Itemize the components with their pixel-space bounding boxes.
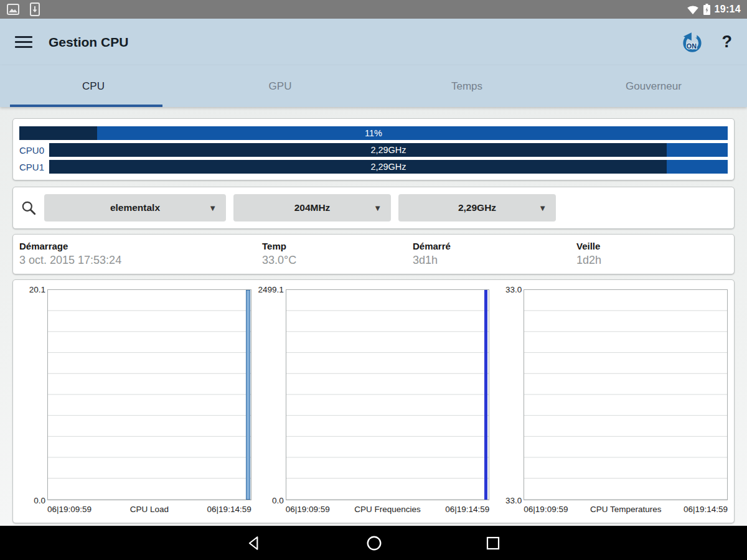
info-sleep-time: Veille 1d2h [576, 241, 728, 267]
max-frequency-value: 2,29GHz [458, 202, 496, 213]
back-button[interactable] [247, 535, 263, 551]
y-axis-max-label: 20.1 [29, 285, 45, 294]
chevron-down-icon: ▼ [374, 203, 382, 213]
min-frequency-dropdown[interactable]: 204MHz ▼ [233, 194, 391, 222]
apply-on-boot-icon[interactable]: ON [681, 31, 703, 54]
wifi-icon [687, 4, 699, 15]
cpu1-frequency-value: 2,29GHz [49, 160, 728, 174]
total-usage-bar: 11% [19, 126, 728, 140]
cpu-frequency-line [484, 290, 487, 500]
chart-title: CPU Temperatures [590, 505, 662, 514]
hamburger-menu-icon[interactable] [15, 36, 32, 48]
back-icon [247, 535, 263, 551]
status-system-icons: 19:14 [687, 4, 741, 15]
cpu1-row: CPU1 2,29GHz [19, 160, 728, 174]
x-axis-end-label: 06|19:14:59 [684, 505, 728, 514]
governor-dropdown[interactable]: elementalx ▼ [44, 194, 226, 222]
cpu0-frequency-bar: 2,29GHz [49, 143, 728, 157]
y-axis-max-label: 33.0 [505, 285, 522, 294]
y-axis-min-label: 0.0 [34, 496, 45, 505]
search-icon[interactable] [21, 200, 37, 216]
cpu0-row: CPU0 2,29GHz [19, 143, 728, 157]
x-axis-start-label: 06|19:09:59 [47, 505, 92, 514]
tab-gpu[interactable]: GPU [187, 65, 374, 107]
info-temperature: Temp 33.0°C [262, 241, 413, 267]
android-screen: 19:14 Gestion CPU ON ? CPU GPU Temps Gou… [0, 0, 747, 560]
download-notification-icon [29, 2, 40, 16]
clock: 19:14 [715, 4, 741, 15]
tab-bar: CPU GPU Temps Gouverneur [0, 65, 747, 107]
status-notification-icons [6, 2, 40, 16]
help-button[interactable]: ? [722, 34, 733, 50]
cpu-load-plot-area [47, 289, 251, 500]
x-axis-start-label: 06|19:09:59 [286, 505, 330, 514]
cpu0-frequency-value: 2,29GHz [49, 143, 728, 157]
cpu0-label: CPU0 [19, 145, 49, 156]
cpu1-label: CPU1 [19, 162, 49, 172]
max-frequency-dropdown[interactable]: 2,29GHz ▼ [398, 194, 556, 222]
cpu-frequencies-plot-area [286, 289, 490, 500]
screenshot-notification-icon [6, 2, 20, 16]
tab-temps[interactable]: Temps [374, 65, 560, 107]
recents-button[interactable] [486, 536, 500, 551]
home-icon [366, 535, 382, 551]
tab-gouverneur[interactable]: Gouverneur [560, 65, 747, 107]
recents-icon [486, 536, 500, 551]
cpu-usage-card: 11% CPU0 2,29GHz CPU1 2,29GHz [12, 118, 735, 180]
cpu-load-spike [246, 290, 250, 500]
x-axis-start-label: 06|19:09:59 [524, 505, 568, 514]
y-axis-min-label: 33.0 [505, 496, 522, 505]
y-axis-min-label: 0.0 [272, 496, 284, 505]
frequency-settings-card: elementalx ▼ 204MHz ▼ 2,29GHz ▼ [12, 187, 735, 229]
x-axis-end-label: 06|19:14:59 [207, 505, 251, 514]
cpu-load-chart: 20.1 0.0 06|19:09:59 CPU Load 06|19:14:5… [13, 289, 251, 518]
home-button[interactable] [366, 535, 382, 551]
min-frequency-value: 204MHz [294, 202, 331, 213]
info-uptime: Démarré 3d1h [413, 241, 576, 267]
cpu-temperatures-chart: 33.0 33.0 06|19:09:59 CPU Temperatures 0… [489, 289, 728, 518]
system-info-card: Démarrage 3 oct. 2015 17:53:24 Temp 33.0… [12, 234, 735, 274]
y-axis-max-label: 2499.1 [258, 285, 283, 294]
total-usage-value: 11% [19, 126, 728, 140]
tab-cpu[interactable]: CPU [0, 65, 187, 107]
charts-card: 20.1 0.0 06|19:09:59 CPU Load 06|19:14:5… [12, 279, 735, 523]
total-usage-row: 11% [19, 126, 728, 140]
status-bar: 19:14 [0, 0, 747, 19]
app-bar: Gestion CPU ON ? [0, 19, 747, 65]
chevron-down-icon: ▼ [209, 203, 217, 213]
chevron-down-icon: ▼ [538, 203, 547, 213]
chart-title: CPU Frequencies [354, 505, 421, 514]
battery-charging-icon [703, 4, 710, 15]
cpu-temperatures-plot-area [524, 289, 728, 500]
cpu-frequencies-chart: 2499.1 0.0 06|19:09:59 CPU Frequencies 0… [251, 289, 490, 518]
svg-text:ON: ON [686, 42, 696, 50]
cpu1-frequency-bar: 2,29GHz [49, 160, 728, 174]
x-axis-end-label: 06|19:14:59 [445, 505, 489, 514]
info-boot-time: Démarrage 3 oct. 2015 17:53:24 [19, 241, 262, 267]
page-title: Gestion CPU [49, 35, 128, 50]
governor-value: elementalx [110, 202, 160, 213]
main-content: 11% CPU0 2,29GHz CPU1 2,29GHz [0, 107, 747, 526]
chart-title: CPU Load [130, 505, 169, 514]
android-nav-bar [0, 526, 747, 560]
